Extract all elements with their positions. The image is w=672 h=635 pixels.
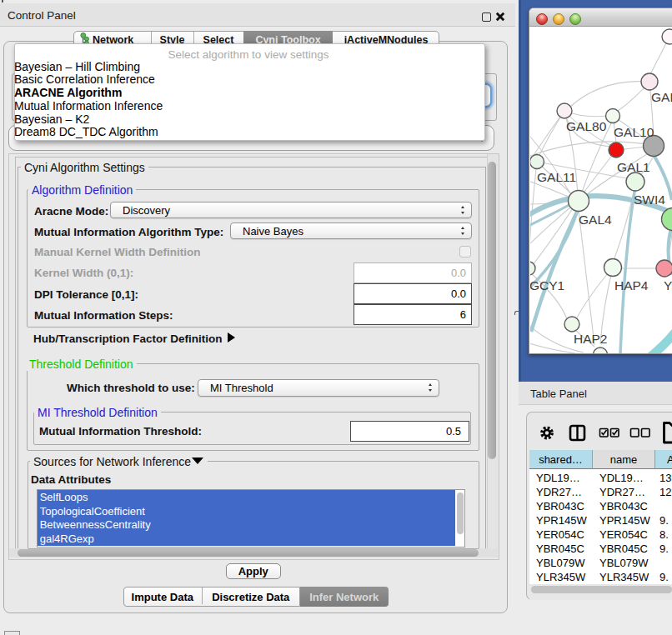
svg-text:GAL1: GAL1 [617, 160, 650, 174]
svg-text:SWI4: SWI4 [634, 192, 665, 207]
svg-text:YJ: YJ [664, 278, 672, 292]
svg-text:GAL4: GAL4 [579, 212, 612, 227]
svg-text:HAP2: HAP2 [574, 332, 608, 346]
svg-text:GAL7: GAL7 [651, 90, 672, 104]
svg-text:GAL10: GAL10 [614, 125, 654, 139]
svg-text:GCY1: GCY1 [530, 278, 564, 292]
svg-text:GAL80: GAL80 [566, 119, 607, 133]
svg-text:GAL11: GAL11 [537, 170, 576, 184]
svg-text:HAP4: HAP4 [614, 278, 649, 292]
